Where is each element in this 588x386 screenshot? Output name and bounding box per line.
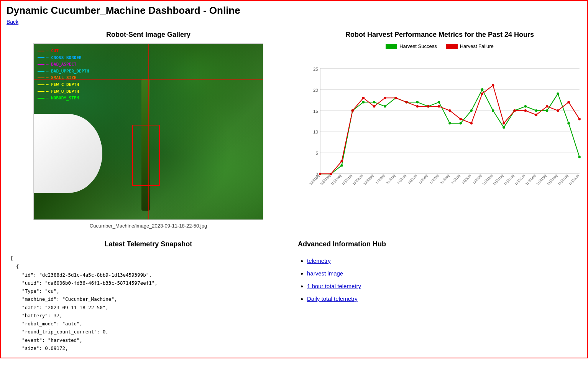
svg-text:10日22時: 10日22時 — [352, 174, 364, 186]
svg-point-47 — [405, 101, 407, 103]
svg-point-29 — [481, 88, 483, 91]
svg-point-53 — [470, 122, 473, 124]
hub-section: Advanced Information Hub telemetry harve… — [298, 240, 581, 354]
telemetry-section: Latest Telemetry Snapshot [ { "id": "dc2… — [7, 240, 290, 354]
svg-text:11日17時: 11日17時 — [557, 174, 569, 186]
svg-point-18 — [362, 101, 365, 103]
svg-point-36 — [557, 92, 559, 95]
svg-text:15: 15 — [313, 109, 318, 114]
svg-point-45 — [384, 97, 386, 99]
svg-point-46 — [394, 97, 397, 99]
svg-point-51 — [448, 109, 451, 112]
svg-text:11日10時: 11日10時 — [481, 174, 494, 186]
svg-text:11日0時: 11日0時 — [374, 174, 385, 185]
svg-point-44 — [373, 105, 375, 107]
failure-color — [446, 44, 458, 49]
svg-point-30 — [492, 109, 494, 112]
hub-link-harvest-image: harvest image — [307, 267, 581, 280]
svg-point-28 — [470, 109, 473, 112]
svg-point-31 — [503, 126, 505, 129]
success-color — [386, 44, 397, 49]
hub-link-1hour-anchor[interactable]: 1 hour total telemetry — [307, 283, 361, 289]
svg-text:11日7時: 11日7時 — [450, 174, 461, 185]
svg-point-25 — [438, 101, 440, 103]
image-gallery: Robot-Sent Image Gallery — CUT — CROSS_B… — [7, 31, 290, 229]
svg-point-35 — [546, 109, 548, 112]
svg-point-40 — [330, 173, 332, 175]
svg-point-55 — [492, 84, 494, 86]
svg-text:10日18時: 10日18時 — [309, 174, 321, 186]
svg-point-62 — [567, 101, 570, 103]
hub-link-telemetry: telemetry — [307, 254, 581, 267]
telemetry-content: [ { "id": "dc2388d2-5d1c-4a5c-8bb9-1d13e… — [7, 253, 290, 354]
svg-text:25: 25 — [313, 66, 318, 71]
svg-point-23 — [416, 101, 419, 103]
svg-text:10日21時: 10日21時 — [341, 174, 353, 186]
svg-point-60 — [546, 105, 548, 107]
chart-legend: Harvest Success Harvest Failure — [298, 43, 581, 49]
main-grid: Robot-Sent Image Gallery — CUT — CROSS_B… — [7, 31, 581, 229]
svg-text:11日12時: 11日12時 — [503, 174, 515, 186]
svg-text:11日3時: 11日3時 — [407, 174, 418, 185]
gallery-title: Robot-Sent Image Gallery — [106, 31, 191, 39]
legend-failure: Harvest Failure — [446, 43, 494, 49]
svg-point-20 — [384, 105, 386, 107]
svg-point-34 — [535, 109, 537, 112]
svg-text:11日15時: 11日15時 — [535, 174, 548, 186]
svg-text:11日14時: 11日14時 — [525, 174, 537, 186]
svg-point-49 — [427, 105, 429, 107]
svg-point-50 — [438, 105, 440, 107]
svg-point-48 — [416, 105, 419, 107]
svg-point-43 — [362, 97, 365, 99]
page-title: Dynamic Cucumber_Machine Dashboard - Onl… — [7, 5, 581, 16]
svg-point-19 — [373, 101, 375, 103]
svg-point-54 — [481, 92, 483, 95]
hub-link-daily-anchor[interactable]: Daily total telemetry — [307, 295, 358, 302]
svg-text:11日16時: 11日16時 — [546, 174, 558, 186]
bounding-box — [132, 125, 160, 186]
chart-svg-container: 0 5 10 15 20 25 — [298, 52, 581, 191]
svg-point-33 — [524, 105, 527, 107]
svg-point-59 — [535, 114, 537, 116]
svg-point-42 — [351, 109, 354, 112]
svg-point-38 — [578, 156, 581, 158]
svg-text:20: 20 — [313, 87, 318, 92]
svg-text:11日6時: 11日6時 — [440, 174, 450, 185]
harvest-chart-section: Robot Harvest Performance Metrics for th… — [298, 31, 581, 229]
hub-links-list: telemetry harvest image 1 hour total tel… — [298, 254, 581, 305]
svg-point-58 — [524, 109, 527, 112]
svg-text:10: 10 — [313, 129, 318, 134]
svg-point-41 — [340, 160, 343, 162]
hub-link-daily: Daily total telemetry — [307, 292, 581, 305]
svg-text:11日13時: 11日13時 — [514, 174, 526, 186]
svg-text:5: 5 — [315, 150, 318, 155]
telemetry-title: Latest Telemetry Snapshot — [7, 240, 290, 248]
back-link[interactable]: Back — [7, 19, 581, 25]
hub-link-1hour: 1 hour total telemetry — [307, 280, 581, 292]
svg-text:11日18時: 11日18時 — [568, 174, 580, 186]
image-caption: Cucumber_Machine/image_2023-09-11-18-22-… — [90, 223, 207, 229]
svg-text:11日1時: 11日1時 — [386, 174, 396, 185]
hub-link-harvest-image-anchor[interactable]: harvest image — [307, 270, 343, 277]
legend-success-label: Harvest Success — [399, 43, 437, 49]
svg-point-27 — [459, 122, 462, 124]
svg-point-26 — [448, 122, 451, 124]
svg-text:10日19時: 10日19時 — [319, 174, 332, 186]
svg-text:10日20時: 10日20時 — [330, 174, 342, 186]
svg-point-52 — [459, 118, 462, 120]
robot-image: — CUT — CROSS_BORDER — BAD_ASPECT — BAD_… — [33, 43, 263, 220]
hub-link-telemetry-anchor[interactable]: telemetry — [307, 257, 331, 264]
svg-text:10日23時: 10日23時 — [363, 174, 375, 186]
svg-text:11日4時: 11日4時 — [418, 174, 429, 185]
legend-failure-label: Harvest Failure — [460, 43, 494, 49]
svg-text:11日8時: 11日8時 — [461, 174, 472, 185]
legend-success: Harvest Success — [386, 43, 437, 49]
image-legend: — CUT — CROSS_BORDER — BAD_ASPECT — BAD_… — [38, 48, 89, 102]
bottom-grid: Latest Telemetry Snapshot [ { "id": "dc2… — [7, 240, 581, 354]
white-robot-arm — [34, 114, 102, 193]
svg-point-39 — [319, 173, 321, 175]
svg-point-56 — [503, 122, 505, 124]
chart-title: Robot Harvest Performance Metrics for th… — [298, 31, 581, 39]
hub-title: Advanced Information Hub — [298, 240, 581, 248]
svg-point-57 — [513, 109, 516, 112]
